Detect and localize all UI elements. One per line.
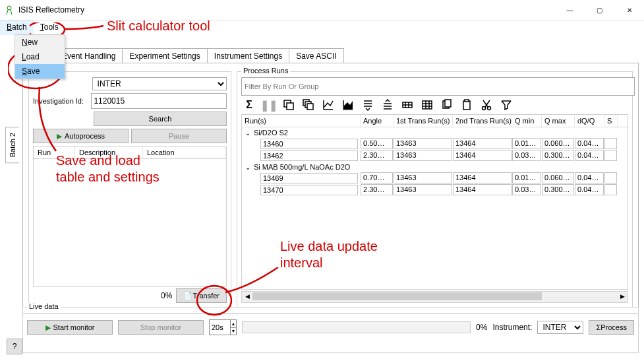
close-button[interactable]: ✕ — [614, 0, 644, 20]
search-button[interactable]: Search — [94, 112, 227, 126]
cell-t1[interactable]: 13463 — [394, 184, 452, 195]
cell-qmax[interactable]: 0.300… — [542, 150, 574, 161]
hdr-dq[interactable]: dQ/Q — [575, 115, 604, 127]
expand-toggle-icon[interactable]: ⌄ — [245, 164, 251, 171]
transfer-button[interactable]: 📄 Transfer — [176, 288, 227, 303]
table-row[interactable]: 134690.70…13463134640.01…0.060…0.04… — [242, 172, 628, 184]
tab-save-ascii[interactable]: Save ASCII — [289, 48, 343, 63]
hdr-qmax[interactable]: Q max — [542, 115, 575, 127]
cell-qmax[interactable]: 0.060… — [542, 138, 574, 149]
update-interval-input[interactable] — [210, 323, 230, 332]
process-instrument-label: Instrument: — [492, 323, 532, 332]
expand-toggle-icon[interactable]: ⌄ — [245, 129, 251, 137]
menu-batch[interactable]: Batch — [0, 20, 34, 35]
cell-scale[interactable] — [604, 184, 617, 195]
tab-experiment-settings[interactable]: Experiment Settings — [122, 48, 207, 63]
dropdown-new[interactable]: New — [15, 35, 65, 49]
sigma-icon[interactable]: Σ — [243, 98, 256, 112]
dropdown-load[interactable]: Load — [15, 49, 65, 64]
hdr-angle[interactable]: Angle — [361, 115, 394, 127]
menu-tools[interactable]: Tools — [34, 20, 65, 35]
cell-scale[interactable] — [604, 172, 617, 183]
insert-row-icon[interactable] — [401, 98, 414, 112]
investigation-id-input[interactable] — [91, 93, 227, 109]
process-percent: 0% — [476, 323, 487, 332]
title-bar: ISIS Reflectometry — ▢ ✕ — [0, 0, 644, 20]
table-group[interactable]: ⌄Si MAB 500mg/L NaOAc D2O — [242, 162, 628, 172]
cell-qmin[interactable]: 0.03… — [512, 184, 541, 195]
tab-instrument-settings[interactable]: Instrument Settings — [207, 48, 289, 63]
cut-icon[interactable] — [480, 98, 493, 112]
cell-t1[interactable]: 13463 — [394, 138, 452, 149]
spinner-down-icon[interactable]: ▼ — [231, 328, 236, 335]
expand-icon[interactable] — [361, 98, 374, 112]
help-button[interactable]: ? — [7, 339, 22, 354]
main-tabs: Runs Event Handling Experiment Settings … — [22, 48, 639, 63]
pause-button[interactable]: Pause — [131, 129, 227, 143]
start-monitor-button[interactable]: ▶Start monitor — [27, 320, 113, 335]
col-location[interactable]: Location — [143, 147, 226, 158]
table-group[interactable]: ⌄Si/D2O S2 — [242, 127, 628, 138]
cell-scale[interactable] — [604, 150, 617, 161]
cell-t2[interactable]: 13464 — [453, 172, 512, 183]
hdr-runs[interactable]: Run(s) — [242, 115, 361, 127]
stop-monitor-button[interactable]: Stop monitor — [118, 320, 204, 335]
cell-qmax[interactable]: 0.300… — [542, 184, 574, 195]
scroll-left-icon[interactable]: ◀ — [242, 292, 252, 301]
cell-t2[interactable]: 13464 — [453, 138, 512, 149]
cell-qmax[interactable]: 0.060… — [542, 172, 574, 183]
cell-angle[interactable]: 2.30… — [361, 150, 393, 161]
cell-angle[interactable]: 2.30… — [361, 184, 393, 195]
pause-icon[interactable]: ❚❚ — [262, 98, 276, 112]
svg-point-0 — [7, 6, 11, 10]
hdr-t2[interactable]: 2nd Trans Run(s) — [453, 115, 512, 127]
copy-icon[interactable] — [440, 98, 454, 112]
cell-qmin[interactable]: 0.01… — [512, 138, 541, 149]
cell-dq[interactable]: 0.04… — [575, 184, 604, 195]
paste-icon[interactable] — [460, 98, 473, 112]
runs-tab-content: Search Runs Instrument: INTER Investigat… — [22, 63, 639, 313]
dropdown-save[interactable]: Save — [15, 64, 65, 79]
maximize-button[interactable]: ▢ — [585, 0, 614, 20]
cell-dq[interactable]: 0.04… — [575, 138, 604, 149]
cell-t1[interactable]: 13463 — [394, 150, 452, 161]
spinner-up-icon[interactable]: ▲ — [231, 320, 236, 328]
insert-group-icon[interactable] — [421, 98, 434, 112]
cell-angle[interactable]: 0.70… — [361, 172, 393, 183]
table-row[interactable]: 134702.30…13463134640.03…0.300…0.04… — [242, 184, 628, 196]
instrument-select[interactable]: INTER — [92, 77, 227, 90]
scroll-right-icon[interactable]: ▶ — [617, 292, 628, 301]
batch-side-tab[interactable]: Batch 2 — [5, 127, 19, 163]
minimize-button[interactable]: — — [555, 0, 585, 20]
cell-t2[interactable]: 13464 — [453, 150, 512, 161]
table-row[interactable]: 134622.30…13463134640.03…0.300…0.04… — [242, 150, 628, 162]
process-instrument-select[interactable]: INTER — [537, 321, 583, 334]
filter-input[interactable] — [241, 77, 635, 96]
cell-t2[interactable]: 13464 — [453, 184, 512, 195]
svg-rect-16 — [445, 100, 451, 107]
plot-fill-icon[interactable] — [341, 98, 355, 112]
plot-icon[interactable] — [322, 98, 335, 112]
hdr-qmin[interactable]: Q min — [512, 115, 542, 127]
cell-qmin[interactable]: 0.03… — [512, 150, 541, 161]
process-runs-label: Process Runs — [241, 67, 290, 75]
collapse-icon[interactable] — [381, 98, 394, 112]
process-button[interactable]: Σ Process — [589, 320, 634, 335]
cell-scale[interactable] — [604, 138, 617, 149]
hdr-scale[interactable]: S — [604, 115, 618, 127]
group-name: Si MAB 500mg/L NaOAc D2O — [254, 163, 350, 171]
cell-t1[interactable]: 13463 — [394, 172, 452, 183]
update-interval-spinner[interactable]: ▲▼ — [209, 319, 237, 335]
copy-run-icon[interactable] — [282, 98, 295, 112]
autoprocess-button[interactable]: ▶Autoprocess — [33, 129, 129, 143]
cell-angle[interactable]: 0.50… — [361, 138, 393, 149]
svg-point-19 — [483, 107, 486, 110]
run-table-hscroll[interactable]: ◀ ▶ — [241, 291, 628, 303]
copy-group-icon[interactable] — [302, 98, 315, 112]
cell-dq[interactable]: 0.04… — [575, 150, 604, 161]
table-row[interactable]: 134600.50…13463134640.01…0.060…0.04… — [242, 138, 628, 150]
cell-qmin[interactable]: 0.01… — [512, 172, 541, 183]
cell-dq[interactable]: 0.04… — [575, 172, 604, 183]
hdr-t1[interactable]: 1st Trans Run(s) — [394, 115, 453, 127]
filter-icon[interactable] — [500, 98, 513, 112]
